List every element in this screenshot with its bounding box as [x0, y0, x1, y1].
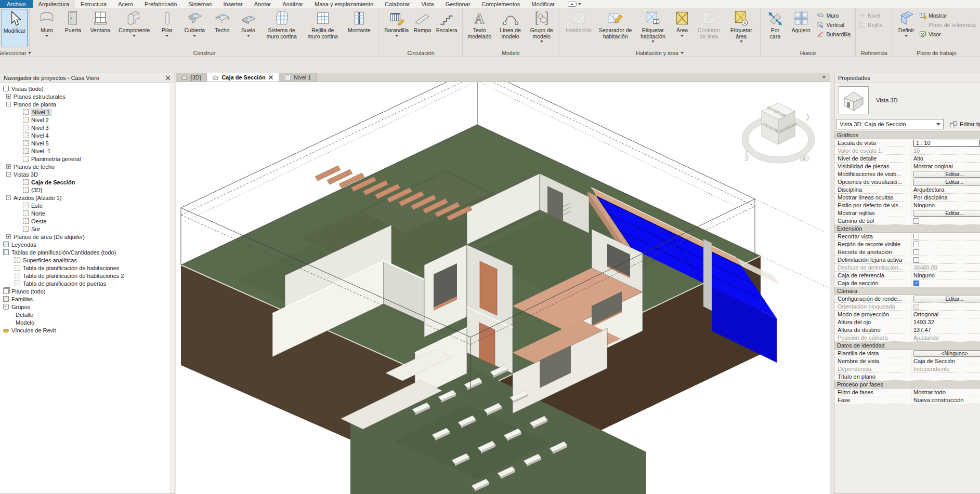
- muro-button[interactable]: Muro: [38, 9, 56, 37]
- escala-input[interactable]: 1 : 10: [913, 140, 980, 146]
- tree-item-norte[interactable]: Norte: [0, 209, 170, 217]
- tree-item-planimetria-general[interactable]: Planimetría general: [0, 155, 170, 163]
- visor-button[interactable]: Visor: [919, 30, 976, 38]
- tree-item-oeste[interactable]: Oeste: [0, 217, 170, 225]
- puerta-button[interactable]: Puerta: [64, 9, 82, 34]
- tree-item-grupos[interactable]: Grupos: [0, 303, 170, 311]
- tree-item-planos-estructurales[interactable]: +Planos estructurales: [0, 92, 170, 100]
- browser-scrollbar[interactable]: [170, 84, 175, 493]
- tab-analizar[interactable]: Analizar: [277, 0, 309, 8]
- collapse-icon[interactable]: -: [6, 195, 11, 200]
- tree-item-detalle[interactable]: Detalle: [0, 311, 170, 318]
- expand-icon[interactable]: +: [6, 234, 11, 239]
- estilo-value[interactable]: Ninguno: [911, 202, 980, 209]
- definir-button[interactable]: Definir: [897, 9, 915, 37]
- recorte-anotacion-checkbox[interactable]: [913, 249, 919, 255]
- editar-button[interactable]: Editar...: [913, 210, 980, 217]
- tree-item-nivel-menos-1[interactable]: Nivel -1: [0, 147, 170, 155]
- tab-acero[interactable]: Acero: [112, 0, 139, 8]
- linea-de-modelo-button[interactable]: Línea de modelo: [496, 9, 525, 39]
- tree-item-tablas[interactable]: Tablas de planificación/Cantidades (todo…: [0, 248, 170, 256]
- viewcube[interactable]: SUPERIOR FRONTAL DERECHA S E: [742, 103, 815, 163]
- tree-item-modelo[interactable]: Modelo: [0, 318, 170, 326]
- delimitacion-checkbox[interactable]: [913, 257, 919, 263]
- visibilidad-value[interactable]: Mostrar original: [911, 163, 980, 170]
- escalera-button[interactable]: Escalera: [436, 9, 458, 34]
- tree-item-tabla-puertas[interactable]: Tabla de planificación de puertas: [0, 279, 170, 287]
- cubierta-button[interactable]: Cubierta: [185, 9, 205, 37]
- tab-insertar[interactable]: Insertar: [218, 0, 249, 8]
- caja-referencia-value[interactable]: Ninguno: [911, 272, 980, 279]
- recortar-vista-checkbox[interactable]: [913, 234, 919, 239]
- componente-button[interactable]: Componente: [119, 9, 150, 37]
- editar-button[interactable]: Editar...: [913, 171, 980, 178]
- grupo-de-modelo-button[interactable]: Grupo de modelo: [527, 9, 557, 43]
- close-icon[interactable]: [165, 75, 171, 81]
- nivel-detalle-value[interactable]: Alto: [911, 155, 980, 162]
- expand-icon[interactable]: +: [6, 164, 11, 169]
- tree-item-nivel-4[interactable]: Nivel 4: [0, 131, 170, 139]
- region-recorte-checkbox[interactable]: [913, 242, 919, 247]
- tree-item-nivel-3[interactable]: Nivel 3: [0, 124, 170, 131]
- separador-habitacion-button[interactable]: Separador de habitación: [598, 9, 633, 39]
- expand-icon[interactable]: +: [6, 94, 11, 99]
- close-tab-icon[interactable]: [268, 75, 273, 80]
- tree-item-sur[interactable]: Sur: [0, 225, 170, 233]
- panel-label-seleccionar[interactable]: Seleccionar: [0, 49, 29, 57]
- tree-item-alzados[interactable]: -Alzados (Alzado 1): [0, 194, 170, 202]
- tab-anotar[interactable]: Anotar: [249, 0, 277, 8]
- caja-seccion-checkbox[interactable]: [913, 281, 919, 286]
- sistema-muro-cortina-button[interactable]: Sistema de muro cortina: [266, 9, 298, 39]
- tree-item-familias[interactable]: Familias: [0, 295, 170, 303]
- tab-colaborar[interactable]: Colaborar: [379, 0, 415, 8]
- barandilla-button[interactable]: Barandilla: [384, 9, 409, 37]
- tab-vista[interactable]: Vista: [415, 0, 439, 8]
- type-selector-dropdown[interactable]: Vista 3D: Caja de Sección: [837, 119, 944, 129]
- tree-item-caja-de-seccion[interactable]: Caja de Sección: [0, 178, 170, 186]
- ribbon-collapse-button[interactable]: [568, 0, 581, 8]
- suelo-button[interactable]: Suelo: [240, 9, 257, 37]
- disciplina-value[interactable]: Arquitectura: [911, 186, 980, 193]
- view-tab-3d[interactable]: {3D}: [176, 73, 207, 82]
- hueco-vertical-button[interactable]: Vertical: [817, 21, 851, 29]
- tree-item-3d[interactable]: {3D}: [0, 186, 170, 194]
- tree-item-superficies-analiticas[interactable]: Superficies analíticas: [0, 256, 170, 264]
- texto-modelado-button[interactable]: ATexto modelado: [465, 9, 494, 39]
- view-tab-nivel-1[interactable]: Nivel 1: [279, 73, 317, 82]
- panel-label-habitacion-y-area[interactable]: Habitación y área: [559, 49, 760, 57]
- camino-sol-checkbox[interactable]: [913, 218, 919, 224]
- modo-proyeccion-value[interactable]: Ortogonal: [911, 311, 980, 318]
- tree-item-planos-de-area[interactable]: +Planos de área (De alquiler): [0, 233, 170, 241]
- tab-sistemas[interactable]: Sistemas: [182, 0, 217, 8]
- lineas-ocultas-value[interactable]: Por disciplina: [911, 194, 980, 201]
- view-tab-caja-de-seccion[interactable]: Caja de Sección: [207, 73, 279, 82]
- tree-item-vinculos-revit[interactable]: Vínculos de Revit: [0, 326, 170, 334]
- tree-item-tabla-habitaciones[interactable]: Tabla de planificación de habitaciones: [0, 264, 170, 272]
- pilar-button[interactable]: Pilar: [158, 9, 176, 37]
- altura-destino-value[interactable]: 137.47: [911, 326, 980, 333]
- tab-modificar[interactable]: Modificar: [526, 0, 560, 8]
- tree-item-planos-de-planta[interactable]: -Planos de planta: [0, 100, 170, 108]
- edit-type-button[interactable]: Editar tipo: [947, 119, 980, 129]
- tab-prefabricado[interactable]: Prefabricado: [139, 0, 182, 8]
- tree-item-leyendas[interactable]: Leyendas: [0, 241, 170, 248]
- collapse-icon[interactable]: -: [6, 172, 11, 177]
- tree-item-este[interactable]: Este: [0, 202, 170, 209]
- hueco-buhardilla-button[interactable]: Buhardilla: [817, 30, 851, 38]
- etiquetar-habitacion-button[interactable]: 1Etiquetar habitación: [637, 9, 669, 43]
- hueco-muro-button[interactable]: Muro: [817, 11, 851, 19]
- por-cara-button[interactable]: Por cara: [765, 9, 785, 39]
- collapse-icon[interactable]: -: [6, 102, 11, 106]
- tab-gestionar[interactable]: Gestionar: [440, 0, 476, 8]
- tab-estructura[interactable]: Estructura: [75, 0, 112, 8]
- agujero-button[interactable]: Agujero: [790, 9, 813, 34]
- etiquetar-area-button[interactable]: 1Etiquetar área: [727, 9, 756, 43]
- tree-item-vistas-todo[interactable]: Vistas (todo): [0, 85, 170, 92]
- area-button[interactable]: Área: [673, 9, 691, 37]
- rejilla-muro-cortina-button[interactable]: Rejilla de muro cortina: [306, 9, 339, 39]
- plantilla-vista-button[interactable]: <Ninguno>: [913, 350, 980, 357]
- tree-item-nivel-1[interactable]: Nivel 1: [0, 108, 170, 116]
- mostrar-button[interactable]: Mostrar: [919, 11, 976, 19]
- tab-archivo[interactable]: Archivo: [0, 0, 33, 8]
- tab-list-button[interactable]: [818, 73, 830, 82]
